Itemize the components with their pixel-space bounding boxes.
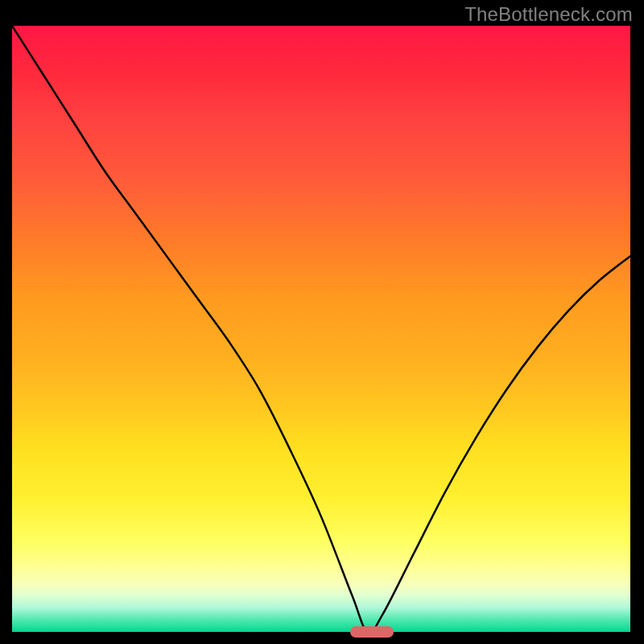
bottleneck-curve bbox=[12, 26, 630, 632]
chart-container: TheBottleneck.com bbox=[0, 0, 644, 644]
plot-area bbox=[12, 24, 632, 632]
optimal-zone-marker bbox=[350, 626, 394, 638]
watermark-text: TheBottleneck.com bbox=[464, 3, 633, 26]
